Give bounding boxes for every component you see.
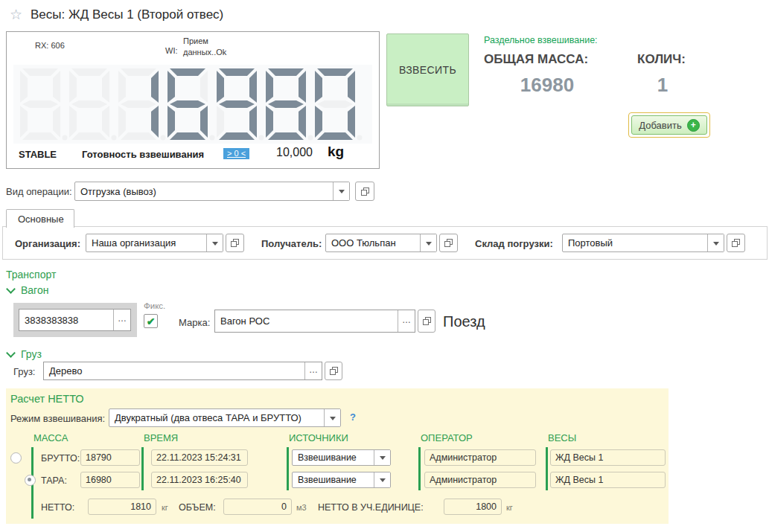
dropdown-arrow-icon[interactable] [324, 409, 340, 426]
wi-label: WI: [165, 46, 178, 55]
help-link[interactable]: ? [350, 411, 356, 423]
tab-main[interactable]: Основные [6, 209, 74, 228]
organization-open-button[interactable] [226, 234, 244, 252]
chevron-down-icon [6, 284, 16, 294]
brand-value: Вагон РОС [215, 310, 398, 332]
chevron-down-icon [6, 348, 16, 358]
netto-acc-unit-unit: кг [506, 503, 513, 512]
brutto-mass-field: 18790 [80, 449, 140, 466]
open-icon [361, 188, 369, 196]
page-title: Весы: ЖД Весы 1 (Второй отвес) [31, 7, 223, 22]
ellipsis-button[interactable] [113, 310, 130, 330]
ellipsis-button[interactable] [398, 310, 415, 332]
tara-source-value: Взвешивание [293, 472, 374, 487]
mode-select[interactable]: Двукратный (два отвеса ТАРА и БРУТТО) [109, 408, 341, 427]
scale-display-panel: RX: 606 WI: Прием данных..Ok STABLE Гото… [6, 31, 380, 169]
receiver-select[interactable]: ООО Тюльпан [325, 234, 437, 252]
netto-total-label: НЕТТО: [41, 502, 74, 513]
tara-mass-field: 16980 [80, 472, 140, 488]
netto-unit: кг [162, 503, 168, 512]
cargo-group-header[interactable]: Груз [7, 348, 42, 360]
receiver-label: Получатель: [261, 238, 322, 249]
add-button[interactable]: Добавить [631, 115, 707, 135]
brutto-time-field: 22.11.2023 15:24:31 [151, 449, 248, 466]
warehouse-value: Портовый [563, 234, 707, 251]
col-mass: МАССА [33, 432, 68, 443]
cargo-input[interactable]: Дерево [43, 362, 322, 380]
column-separator [287, 447, 289, 490]
dropdown-arrow-icon[interactable] [333, 182, 349, 200]
warehouse-select[interactable]: Портовый [562, 234, 724, 252]
train-label: Поезд [443, 313, 485, 330]
col-time: ВРЕМЯ [144, 432, 178, 443]
tara-time-field: 22.11.2023 16:25:40 [151, 472, 248, 488]
favorite-star-icon[interactable] [10, 6, 22, 23]
ellipsis-button[interactable] [304, 362, 322, 379]
netto-acc-unit-label: НЕТТО В УЧ.ЕДИНИЦЕ: [318, 502, 424, 513]
stable-indicator: STABLE [19, 149, 57, 160]
check-icon [147, 316, 156, 327]
readiness-label: Готовность взвешивания [82, 149, 204, 160]
wagon-number-value: 3838383838 [19, 310, 113, 330]
brutto-source-value: Взвешивание [293, 450, 374, 465]
volume-label: ОБЪЕМ: [179, 502, 216, 513]
add-button-focus-ring: Добавить [628, 112, 710, 138]
receiver-open-button[interactable] [439, 234, 458, 252]
dropdown-arrow-icon[interactable] [206, 234, 223, 251]
dropdown-arrow-icon[interactable] [707, 234, 724, 251]
warehouse-open-button[interactable] [727, 234, 745, 252]
open-icon [423, 317, 431, 325]
netto-acc-unit-field: 1800 [444, 499, 502, 515]
fix-checkbox[interactable] [144, 314, 158, 328]
operation-type-select[interactable]: Отгрузка (вывоз) [74, 182, 350, 201]
organization-label: Организация: [15, 238, 80, 249]
organization-value: Наша организация [86, 234, 206, 251]
row-select-radio-tara[interactable] [25, 475, 36, 486]
seven-segment-strip [13, 65, 372, 144]
brutto-source-select[interactable]: Взвешивание [292, 449, 391, 466]
tara-operator-field: Администратор [424, 472, 536, 488]
seven-segment-display [20, 67, 372, 145]
total-mass-value: 16980 [491, 74, 603, 97]
brand-open-button[interactable] [418, 310, 435, 333]
separate-weighing-title: Раздельное взвешивание: [484, 35, 598, 45]
cargo-value: Дерево [44, 362, 304, 379]
tara-source-select[interactable]: Взвешивание [292, 472, 391, 488]
dropdown-arrow-icon[interactable] [420, 234, 436, 251]
operation-open-button[interactable] [355, 182, 374, 201]
brutto-scale-field: ЖД Весы 1 [550, 449, 666, 466]
open-icon [330, 367, 338, 375]
col-scale: ВЕСЫ [548, 432, 576, 443]
cargo-group-label: Груз [21, 348, 42, 360]
count-label: КОЛИЧ: [637, 52, 686, 67]
volume-unit: м3 [296, 503, 307, 512]
scale-max-value: 10,000 [276, 146, 313, 159]
row-select-radio-brutto[interactable] [10, 452, 22, 464]
cargo-label: Груз: [13, 366, 35, 377]
netto-title: Расчет НЕТТО [10, 393, 84, 405]
open-icon [732, 239, 740, 247]
wagon-number-input[interactable]: 3838383838 [19, 309, 131, 331]
dropdown-arrow-icon[interactable] [374, 450, 390, 465]
fix-label: Фикс. [144, 301, 165, 310]
rx-status: RX: 606 [35, 41, 65, 50]
operation-type-label: Вид операции: [6, 186, 72, 197]
open-icon [231, 239, 239, 247]
cargo-open-button[interactable] [325, 362, 342, 380]
open-icon [444, 239, 453, 247]
wagon-group-header[interactable]: Вагон [7, 284, 48, 296]
tara-scale-field: ЖД Весы 1 [550, 472, 666, 488]
volume-field: 0 [223, 499, 292, 515]
brand-input[interactable]: Вагон РОС [214, 310, 415, 333]
dropdown-arrow-icon[interactable] [374, 472, 390, 487]
col-source: ИСТОЧНИКИ [289, 432, 348, 443]
warehouse-label: Склад погрузки: [475, 238, 553, 249]
netto-panel: Расчет НЕТТО Режим взвешивания: Двукратн… [6, 388, 669, 524]
brand-label: Марка: [179, 317, 210, 328]
unit-label: kg [328, 144, 344, 160]
column-separator [418, 447, 421, 490]
mode-value: Двукратный (два отвеса ТАРА и БРУТТО) [109, 409, 324, 426]
zero-badge: > 0 < [223, 148, 249, 159]
organization-select[interactable]: Наша организация [86, 234, 223, 252]
weigh-button[interactable]: ВЗВЕСИТЬ [386, 33, 469, 106]
